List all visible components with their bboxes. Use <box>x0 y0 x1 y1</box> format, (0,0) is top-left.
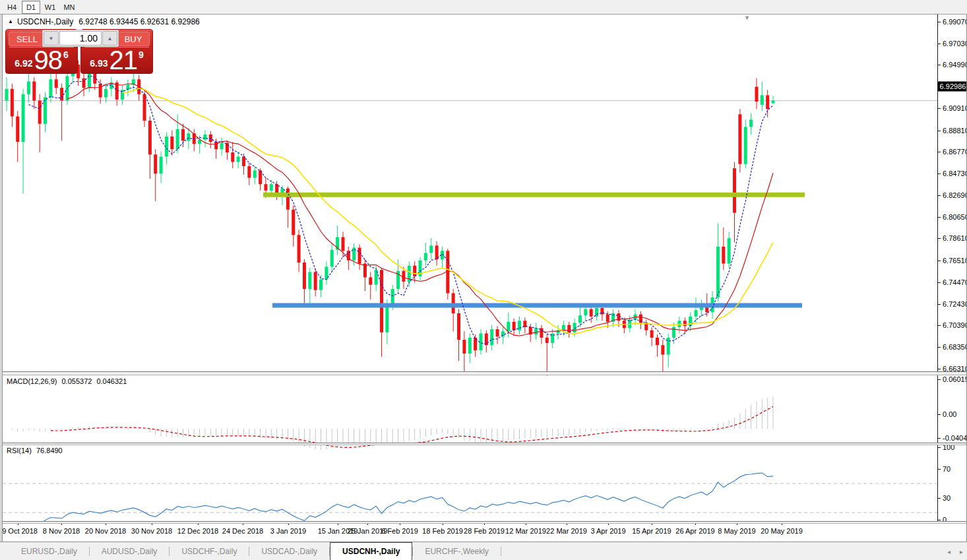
rsi-indicator-label: RSI(14) 76.8490 <box>7 447 65 454</box>
timeframe-button-h4[interactable]: H4 <box>3 1 21 14</box>
candle-body <box>457 313 460 340</box>
price-axis-label: 6.84730 <box>943 170 967 177</box>
axis-tick <box>938 173 941 174</box>
candle-body <box>435 245 439 259</box>
candle-body <box>650 330 654 338</box>
collapse-arrow-icon: ▲ <box>8 18 13 24</box>
candle-body <box>733 168 736 212</box>
axis-tick <box>938 414 941 415</box>
date-axis-label: 22 Mar 2019 <box>546 527 587 535</box>
date-axis-label: 3 Apr 2019 <box>590 527 625 535</box>
candle-body <box>5 89 9 101</box>
candle-body <box>308 272 311 289</box>
rsi-value: 76.8490 <box>36 447 63 454</box>
candle-body <box>606 315 609 322</box>
candle-body <box>584 309 587 316</box>
chart-ohlc-values: 6.92748 6.93445 6.92631 6.92986 <box>78 17 200 26</box>
candle-body <box>429 245 433 253</box>
buy-price: 6.93 21 9 <box>81 48 152 72</box>
candle-body <box>16 116 19 142</box>
date-axis-label: 28 Feb 2019 <box>464 527 505 535</box>
volume-increase-button[interactable]: ▲ <box>102 31 117 46</box>
candle-body <box>220 143 224 150</box>
axis-tick <box>938 304 941 305</box>
macd-value-1: 0.055372 <box>61 377 92 385</box>
window-left-border <box>0 15 3 542</box>
date-axis-label: 8 May 2019 <box>718 527 755 535</box>
resistance-line[interactable] <box>263 193 805 197</box>
chart-window[interactable] <box>0 15 967 542</box>
date-axis-label: 29 Oct 2018 <box>0 527 38 535</box>
candle-body <box>385 304 389 332</box>
macd-name: MACD(12,26,9) <box>7 377 57 385</box>
panel-divider[interactable] <box>0 443 967 445</box>
price-axis-label: 6.94990 <box>943 61 967 69</box>
candle-body <box>104 89 108 98</box>
candle-body <box>744 127 747 164</box>
candle-body <box>27 82 30 94</box>
panel-divider[interactable] <box>0 521 967 524</box>
candle-body <box>761 95 764 104</box>
candle-body <box>672 327 675 338</box>
price-chart-canvas[interactable] <box>3 30 937 386</box>
current-price-tag: 6.92986 <box>938 81 967 91</box>
candle-body <box>695 310 698 317</box>
sell-price-prefix: 6.92 <box>15 58 32 69</box>
rsi-axis-label: 30 <box>943 494 951 502</box>
sell-button[interactable]: SELL <box>9 32 46 46</box>
volume-input[interactable] <box>59 31 102 46</box>
chart-shift-marker-icon[interactable]: ▼ <box>744 15 750 21</box>
rsi-axis-label: 70 <box>943 465 951 473</box>
chart-tab-eurusd-daily[interactable]: EURUSD-,Daily <box>9 542 89 560</box>
support-line[interactable] <box>272 303 802 307</box>
candle-body <box>567 325 571 332</box>
tab-scroll-left-icon[interactable]: ◂ <box>947 548 951 555</box>
chart-tab-usdcnh-daily[interactable]: USDCNH-,Daily <box>330 542 412 560</box>
timeframe-button-w1[interactable]: W1 <box>41 1 59 14</box>
tab-scroll-right-icon[interactable]: ▸ <box>960 548 963 555</box>
candle-body <box>82 78 86 88</box>
price-axis-label: 6.72430 <box>943 300 967 308</box>
candle-body <box>319 280 323 290</box>
sell-price-big: 98 <box>34 48 62 72</box>
price-axis-label: 6.90910 <box>943 104 967 112</box>
chart-tab-usdchf-daily[interactable]: USDCHF-,Daily <box>170 542 249 560</box>
chart-tab-eurchf-weekly[interactable]: EURCHF-,Weekly <box>413 542 500 560</box>
axis-tick <box>938 108 941 109</box>
chart-tab-usdcad-daily[interactable]: USDCAD-,Daily <box>249 542 329 560</box>
candle-body <box>496 329 499 336</box>
date-axis-label: 30 Nov 2018 <box>131 527 172 535</box>
candle-body <box>683 321 687 326</box>
buy-button[interactable]: BUY <box>117 32 150 46</box>
candle-body <box>462 340 466 354</box>
timeframe-button-d1[interactable]: D1 <box>22 1 40 14</box>
chart-tab-audusd-daily[interactable]: AUDUSD-,Daily <box>90 542 170 560</box>
candle-body <box>60 88 63 100</box>
date-axis-label: 15 Apr 2019 <box>632 527 671 535</box>
timeframe-toolbar: H4D1W1MN <box>0 0 967 15</box>
axis-tick <box>938 65 941 65</box>
price-axis: 6.990706.970306.949906.909106.888106.867… <box>937 15 967 522</box>
axis-tick <box>938 369 941 369</box>
candle-body <box>181 129 185 141</box>
volume-decrease-button[interactable]: ▼ <box>44 31 59 46</box>
candle-body <box>99 84 102 98</box>
timeframe-button-mn[interactable]: MN <box>60 1 78 14</box>
candle-body <box>677 321 681 327</box>
date-axis-label: 12 Mar 2019 <box>505 527 546 535</box>
candle-body <box>160 156 163 173</box>
axis-tick <box>938 261 941 261</box>
candle-body <box>88 72 91 88</box>
axis-tick <box>938 238 941 239</box>
panel-divider[interactable] <box>0 371 967 375</box>
macd-axis-label: 0.00 <box>943 410 956 418</box>
volume-group: ▼ ▲ <box>42 30 119 47</box>
axis-tick <box>938 520 941 520</box>
candle-body <box>728 238 731 264</box>
chart-title: USDCNH-,Daily <box>17 17 73 26</box>
axis-tick <box>938 347 941 348</box>
candle-body <box>716 247 720 297</box>
candle-body <box>755 87 758 102</box>
macd-canvas[interactable] <box>3 389 937 457</box>
axis-tick <box>938 438 941 439</box>
